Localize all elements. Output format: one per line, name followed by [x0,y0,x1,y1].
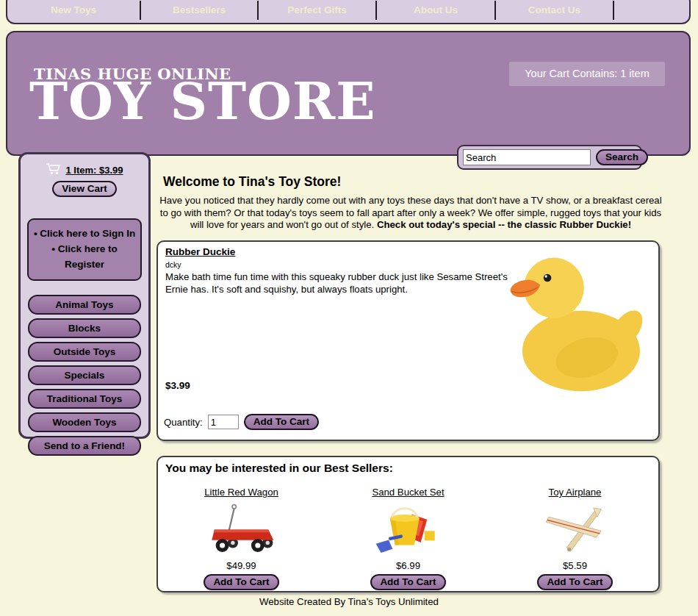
wagon-price: $49.99 [168,560,315,571]
register-link[interactable]: • Click here to Register [32,242,137,273]
airplane-price: $5.59 [502,560,649,571]
category-menu: Animal Toys Blocks Outside Toys Specials… [21,295,148,456]
account-links-box: • Click here to Sign In • Click here to … [27,218,142,281]
quantity-input[interactable] [208,415,239,429]
sidebar-item-blocks[interactable]: Blocks [28,318,141,338]
best-sellers-heading: You may be interested in our Best Seller… [165,462,393,475]
best-seller-item-bucket: Sand Bucket Set $6.99 Add T [335,485,482,590]
intro-paragraph: Have you noticed that they hardly come o… [157,195,664,232]
view-cart-button[interactable]: View Cart [52,181,116,197]
nav-spacer [614,1,689,20]
search-button[interactable]: Search [596,149,648,165]
intro-special-callout: Check out today's special -- the classic… [377,219,631,230]
sign-in-link[interactable]: • Click here to Sign In [32,226,137,242]
sidebar: 1 Item: $3.99 View Cart • Click here to … [18,152,151,439]
nav-item-bestsellers[interactable]: Bestsellers [141,1,259,20]
sidebar-item-outside-toys[interactable]: Outside Toys [28,342,141,362]
site-header: TINAS HUGE ONLINE TOY STORE Your Cart Co… [6,31,691,156]
best-seller-item-wagon: Little Red Wagon $49.99 Add To Cart [168,485,315,590]
sidebar-item-specials[interactable]: Specials [28,365,141,385]
airplane-name-link[interactable]: Toy Airplane [549,487,602,498]
nav-item-about-us[interactable]: About Us [377,1,496,20]
sidebar-item-animal-toys[interactable]: Animal Toys [28,295,141,315]
bucket-price: $6.99 [335,560,482,571]
wagon-add-to-cart-button[interactable]: Add To Cart [204,574,278,590]
cart-summary-link[interactable]: 1 Item: $3.99 [65,165,123,176]
rubber-duckie-image [505,246,651,397]
top-nav: New Toys Bestsellers Perfect Gifts About… [6,0,691,24]
sidebar-item-send-to-a-friend[interactable]: Send to a Friend! [28,436,141,456]
sand-bucket-set-image [335,502,482,558]
quantity-row: Quantity: Add To Cart [164,414,319,430]
featured-product-card: Rubber Duckie dcky Make bath time fun ti… [156,240,660,441]
nav-item-new-toys[interactable]: New Toys [7,1,141,20]
sidebar-cart-summary: 1 Item: $3.99 [21,162,148,177]
airplane-add-to-cart-button[interactable]: Add To Cart [537,574,612,590]
nav-item-contact-us[interactable]: Contact Us [496,1,614,20]
cart-status-banner[interactable]: Your Cart Contains: 1 item [509,62,665,86]
product-price: $3.99 [165,380,190,391]
shopping-cart-icon [46,162,62,177]
add-to-cart-button[interactable]: Add To Cart [244,414,319,430]
search-bar: Search [457,145,642,170]
store-logo-title: TOY STORE [29,71,376,132]
sidebar-item-wooden-toys[interactable]: Wooden Toys [28,412,141,432]
page-title: Welcome to Tina's Toy Store! [163,174,341,190]
best-seller-item-airplane: Toy Airplane $5.59 Add To Cart [502,485,649,590]
little-red-wagon-image [168,502,315,558]
nav-item-perfect-gifts[interactable]: Perfect Gifts [259,1,377,20]
search-input[interactable] [463,149,591,165]
best-sellers-row: Little Red Wagon $49.99 Add To Cart [158,485,658,590]
product-name-link[interactable]: Rubber Duckie [165,246,235,257]
sidebar-item-traditional-toys[interactable]: Traditional Toys [28,389,141,409]
toy-store-page: New Toys Bestsellers Perfect Gifts About… [0,0,698,616]
quantity-label: Quantity: [164,417,203,428]
best-sellers-card: You may be interested in our Best Seller… [156,456,660,592]
product-description: Make bath time fun time with this squeak… [165,271,512,296]
toy-airplane-image [502,502,649,558]
product-sku: dcky [165,260,181,269]
wagon-name-link[interactable]: Little Red Wagon [204,487,278,498]
footer-credit: Website Created By Tina's Toys Unlimited [0,596,698,607]
bucket-add-to-cart-button[interactable]: Add To Cart [370,574,445,590]
bucket-name-link[interactable]: Sand Bucket Set [372,487,444,498]
